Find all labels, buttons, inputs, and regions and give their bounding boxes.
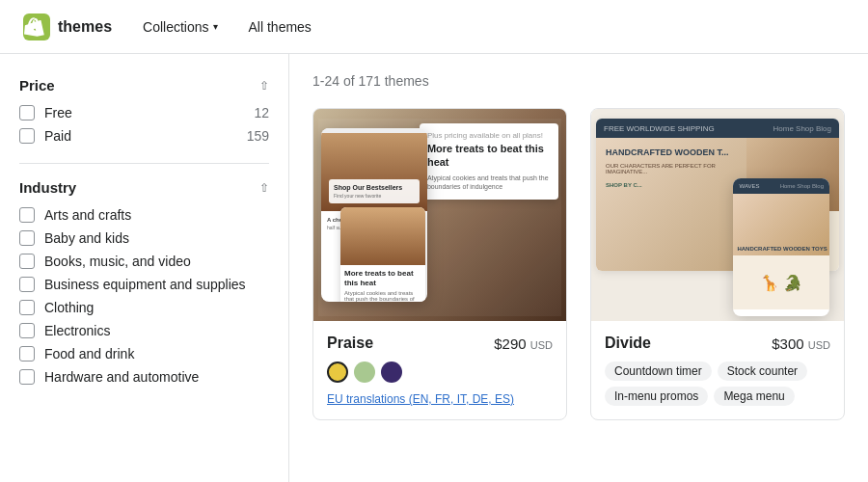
main-layout: Price ⇧ Free 12 Paid 159 I <box>0 54 868 482</box>
logo-text: themes <box>58 18 112 36</box>
shopify-logo-icon <box>23 13 50 40</box>
tag-mega-menu: Mega menu <box>714 387 794 406</box>
results-count: 1-24 of 171 themes <box>312 73 845 89</box>
price-free-label: Free <box>44 105 72 120</box>
chevron-down-icon: ▾ <box>213 21 218 32</box>
industry-electronics-label: Electronics <box>44 323 110 338</box>
industry-business-label: Business equipment and supplies <box>44 277 246 292</box>
divide-phone: WAVES Home Shop Blog HANDCRAFTED WOODEN … <box>733 178 829 316</box>
industry-chevron-icon: ⇧ <box>259 181 269 195</box>
praise-info: Praise $290 USD EU translations (EN, FR,… <box>313 321 566 419</box>
industry-food-label: Food and drink <box>44 346 134 362</box>
industry-filter-section: Industry ⇧ Arts and crafts Baby and kids… <box>19 179 269 385</box>
price-paid-row: Paid 159 <box>19 128 269 144</box>
industry-clothing-row: Clothing <box>19 300 269 315</box>
praise-eu-link[interactable]: EU translations (EN, FR, IT, DE, ES) <box>327 392 553 406</box>
praise-name-price: Praise $290 USD <box>327 335 553 352</box>
industry-hardware-checkbox[interactable] <box>19 369 35 385</box>
tag-countdown: Countdown timer <box>605 362 712 381</box>
theme-card-divide: FREE WORLDWIDE SHIPPING Home Shop Blog H… <box>590 108 845 420</box>
praise-price: $290 USD <box>494 335 553 352</box>
industry-books-row: Books, music, and video <box>19 254 269 269</box>
nav-collections[interactable]: Collections ▾ <box>143 19 217 35</box>
theme-card-praise: Plus pricing available on all plans! Mor… <box>312 108 567 420</box>
price-free-count: 12 <box>254 105 269 120</box>
praise-swatches <box>327 362 553 383</box>
nav-all-themes[interactable]: All themes <box>249 19 312 35</box>
filter-divider <box>19 163 269 164</box>
sidebar: Price ⇧ Free 12 Paid 159 I <box>0 54 289 482</box>
industry-baby-checkbox[interactable] <box>19 230 35 246</box>
praise-name: Praise <box>327 335 373 352</box>
industry-arts-label: Arts and crafts <box>44 207 131 223</box>
industry-business-row: Business equipment and supplies <box>19 277 269 292</box>
swatch-green[interactable] <box>354 362 375 383</box>
divide-price: $300 USD <box>772 335 830 352</box>
industry-books-label: Books, music, and video <box>44 254 191 269</box>
industry-electronics-checkbox[interactable] <box>19 323 35 338</box>
logo[interactable]: themes <box>23 13 112 40</box>
divide-tags: Countdown timer Stock counter In-menu pr… <box>605 362 830 406</box>
price-paid-count: 159 <box>247 128 269 144</box>
price-paid-label: Paid <box>44 128 71 144</box>
tag-stock-counter: Stock counter <box>718 362 807 381</box>
industry-clothing-checkbox[interactable] <box>19 300 35 315</box>
praise-preview: Plus pricing available on all plans! Mor… <box>313 109 566 321</box>
swatch-purple[interactable] <box>381 362 402 383</box>
praise-phone-inner: More treats to beat this heat Atypical c… <box>340 207 425 302</box>
themes-grid: Plus pricing available on all plans! Mor… <box>312 108 845 420</box>
industry-baby-row: Baby and kids <box>19 230 269 246</box>
industry-electronics-row: Electronics <box>19 323 269 338</box>
industry-filter-title: Industry <box>19 179 76 196</box>
price-chevron-icon: ⇧ <box>259 79 269 93</box>
divide-name: Divide <box>605 335 651 352</box>
praise-desktop-card: Plus pricing available on all plans! Mor… <box>420 123 558 200</box>
price-filter-section: Price ⇧ Free 12 Paid 159 <box>19 77 269 144</box>
industry-filter-header: Industry ⇧ <box>19 179 269 196</box>
industry-food-row: Food and drink <box>19 346 269 362</box>
divide-main-content: HANDCRAFTED WOODEN T... OUR CHARACTERS A… <box>596 138 746 271</box>
industry-hardware-row: Hardware and automotive <box>19 369 269 385</box>
divide-desktop-header: FREE WORLDWIDE SHIPPING Home Shop Blog <box>596 119 839 138</box>
industry-food-checkbox[interactable] <box>19 346 35 362</box>
industry-arts-row: Arts and crafts <box>19 207 269 223</box>
industry-hardware-label: Hardware and automotive <box>44 369 199 385</box>
price-free-checkbox[interactable] <box>19 105 35 120</box>
divide-inner: FREE WORLDWIDE SHIPPING Home Shop Blog H… <box>591 109 844 321</box>
divide-name-price: Divide $300 USD <box>605 335 830 352</box>
divide-info: Divide $300 USD Countdown timer Stock co… <box>591 321 844 419</box>
tag-in-menu: In-menu promos <box>605 387 708 406</box>
praise-phone-mockup: Shop Our Bestsellers Find your new favor… <box>321 128 427 302</box>
price-filter-title: Price <box>19 77 55 94</box>
price-free-row: Free 12 <box>19 105 269 120</box>
divide-preview: FREE WORLDWIDE SHIPPING Home Shop Blog H… <box>591 109 844 321</box>
industry-baby-label: Baby and kids <box>44 230 129 246</box>
price-filter-header: Price ⇧ <box>19 77 269 94</box>
industry-arts-checkbox[interactable] <box>19 207 35 223</box>
industry-clothing-label: Clothing <box>44 300 94 315</box>
swatch-yellow[interactable] <box>327 362 348 383</box>
header: themes Collections ▾ All themes <box>0 0 868 54</box>
collections-label: Collections <box>143 19 208 35</box>
price-paid-checkbox[interactable] <box>19 128 35 144</box>
industry-books-checkbox[interactable] <box>19 254 35 269</box>
content-area: 1-24 of 171 themes Plus pricing availabl… <box>289 54 868 482</box>
industry-business-checkbox[interactable] <box>19 277 35 292</box>
